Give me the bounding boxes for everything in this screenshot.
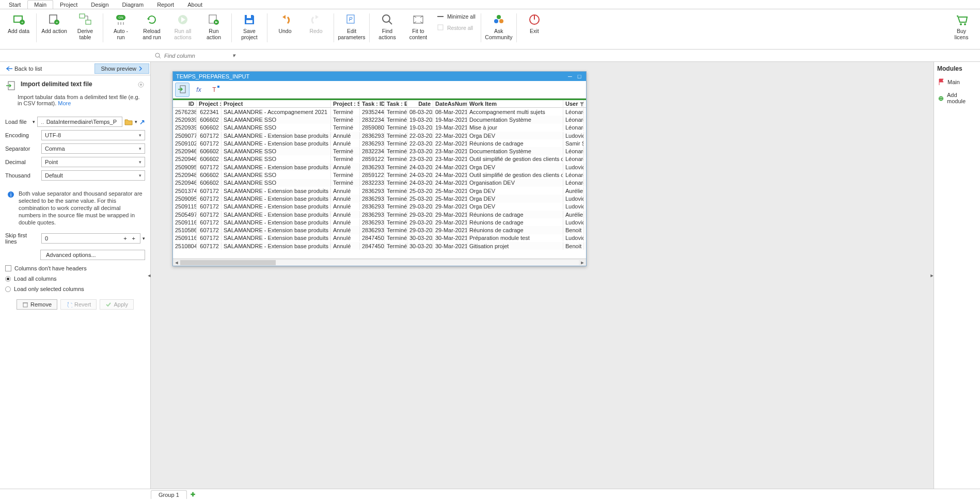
no-headers-checkbox[interactable] [5,265,11,271]
tab-about[interactable]: About [181,0,209,9]
table-cell: 24-03-2021 [407,179,433,186]
show-preview-button[interactable]: Show preview [94,63,149,74]
table-row[interactable]: 25090957607172SALAMANDRE - Extension bas… [173,195,586,202]
table-cell: SALAMANDRE - Accompagnement 2021 [222,108,331,116]
find-actions-button[interactable]: Findactions [373,11,402,41]
table-row[interactable]: 25209468606602SALAMANDRE SSOTerminé28322… [173,179,586,187]
thousand-select[interactable]: Default▾ [41,170,145,181]
table-row[interactable]: 25105862607172SALAMANDRE - Extension bas… [173,226,586,234]
win-maximize-icon[interactable]: □ [576,73,583,79]
ask-community-button[interactable]: AskCommunity [484,11,513,41]
auto-run-button[interactable]: ONAuto -run [106,11,135,41]
skip-chevron-down[interactable]: ▾ [143,236,145,241]
load-selected-radio[interactable] [5,286,11,292]
scroll-left-icon[interactable]: ◄ [173,260,180,265]
table-cell: Ludovic [563,219,584,226]
buy-license-button[interactable]: Buylicens [947,11,976,41]
table-row[interactable]: 25209397606602SALAMANDRE SSOTerminé28322… [173,116,586,123]
skip-inc[interactable]: + [122,235,128,241]
add-data-button[interactable]: +Add data [4,11,33,35]
exit-button[interactable]: Exit [520,11,549,35]
advanced-options-button[interactable]: Advanced options... [40,250,145,260]
table-row[interactable]: 25090956607172SALAMANDRE - Extension bas… [173,163,586,171]
back-to-list-button[interactable]: Back to list [1,63,47,74]
undo-button[interactable]: Undo [271,11,299,35]
right-splitter[interactable]: ► [930,265,934,286]
add-tab-button[interactable]: ✚ [189,491,197,499]
table-row[interactable]: 25091163607172SALAMANDRE - Extension bas… [173,218,586,226]
col-header[interactable]: Project : State [331,100,360,107]
table-row[interactable]: 25054972607172SALAMANDRE - Extension bas… [173,211,586,218]
edit-params-button[interactable]: PEditparameters [337,11,366,41]
win-minimize-icon[interactable]: ─ [566,73,574,79]
col-header[interactable]: DateAsNumber [433,100,467,107]
table-row[interactable]: 25091021607172SALAMANDRE - Extension bas… [173,139,586,147]
table-cell: 22-03-2021 [407,140,433,147]
fit-content-button[interactable]: Fit tocontent [404,11,433,41]
add-module-button[interactable]: ⊕ Add module [937,90,977,106]
load-file-menu[interactable]: ▾ [33,119,35,124]
table-row[interactable]: 25091162607172SALAMANDRE - Extension bas… [173,234,586,242]
table-cell: 606602 [197,171,222,179]
remove-button[interactable]: Remove [17,299,57,310]
table-cell: 25-03-2021 [407,195,433,202]
minimize-all-button[interactable]: Minimize all [434,11,479,22]
col-header[interactable]: Project : ID [197,100,222,107]
gear-icon[interactable] [137,80,145,89]
table-row[interactable]: 25209480606602SALAMANDRE SSOTerminé28591… [173,171,586,179]
table-cell: 28362936 [360,140,385,147]
run-action-button[interactable]: Runaction [199,11,228,41]
table-row[interactable]: 25209469606602SALAMANDRE SSOTerminé28591… [173,155,586,163]
col-header[interactable]: Task : Etat [385,100,407,107]
table-row[interactable]: 25762380622341SALAMANDRE - Accompagnemen… [173,108,586,116]
encoding-select[interactable]: UTF-8▾ [41,130,145,140]
reload-run-button[interactable]: Reloadand run [137,11,166,41]
file-path-input[interactable]: ‥ DataIntermediaire\Temps_P [37,117,122,127]
text-tool-icon[interactable]: T [208,83,223,97]
save-project-button[interactable]: Saveproject [235,11,264,41]
derive-table-button[interactable]: Derivetable [71,11,100,41]
table-row[interactable]: 25090774607172SALAMANDRE - Extension bas… [173,132,586,139]
table-row[interactable]: 25209398606602SALAMANDRE SSOTerminé28590… [173,124,586,132]
table-row[interactable]: 25108045607172SALAMANDRE - Extension bas… [173,242,586,250]
hscrollbar[interactable]: ◄ ► [173,259,586,266]
table-cell: Annulé [331,219,360,226]
import-tool-icon[interactable] [175,83,189,97]
open-external-icon[interactable]: ↗ [139,118,145,126]
filter-icon[interactable] [579,101,585,107]
skip-lines-input[interactable]: 0 ++ [41,233,140,244]
table-row[interactable]: 25209467606602SALAMANDRE SSOTerminé28322… [173,147,586,155]
table-row[interactable]: 25013748607172SALAMANDRE - Extension bas… [173,187,586,195]
col-header[interactable]: Project [222,100,331,107]
tab-design[interactable]: Design [84,0,115,9]
tab-report[interactable]: Report [150,0,181,9]
col-header[interactable]: Work Item [467,100,563,107]
tab-main[interactable]: Main [27,0,53,9]
table-cell: 30-03-2021 [407,243,433,250]
separator-select[interactable]: Comma▾ [41,143,145,154]
col-header[interactable]: Task : ID [360,100,385,107]
find-column-dropdown[interactable]: ▾ [232,52,235,59]
tab-start[interactable]: Start [2,0,27,9]
add-action-button[interactable]: +Add action [40,11,69,35]
scroll-right-icon[interactable]: ► [579,260,586,265]
module-main[interactable]: Main [937,76,977,88]
file-chevron-down[interactable]: ▾ [135,119,137,124]
more-link[interactable]: More [58,100,71,106]
find-column-input[interactable] [164,53,226,59]
col-header[interactable]: ID [173,100,197,107]
table-cell: Aurélie [563,211,584,218]
tab-diagram[interactable]: Diagram [116,0,151,9]
tab-project[interactable]: Project [53,0,84,9]
table-row[interactable]: 25091159607172SALAMANDRE - Extension bas… [173,203,586,211]
table-cell: Terminée [385,124,407,131]
folder-icon[interactable] [124,118,133,125]
skip-dec[interactable]: + [131,235,137,241]
group-tab[interactable]: Group 1 [151,490,187,499]
canvas[interactable]: TEMPS_PREPARES_INPUT ─ □ fx T IDProject … [151,62,934,489]
scroll-thumb[interactable] [180,260,276,265]
fx-tool-icon[interactable]: fx [192,83,206,97]
load-all-radio[interactable] [5,276,11,282]
col-header[interactable]: Date [407,100,433,107]
decimal-select[interactable]: Point▾ [41,157,145,167]
